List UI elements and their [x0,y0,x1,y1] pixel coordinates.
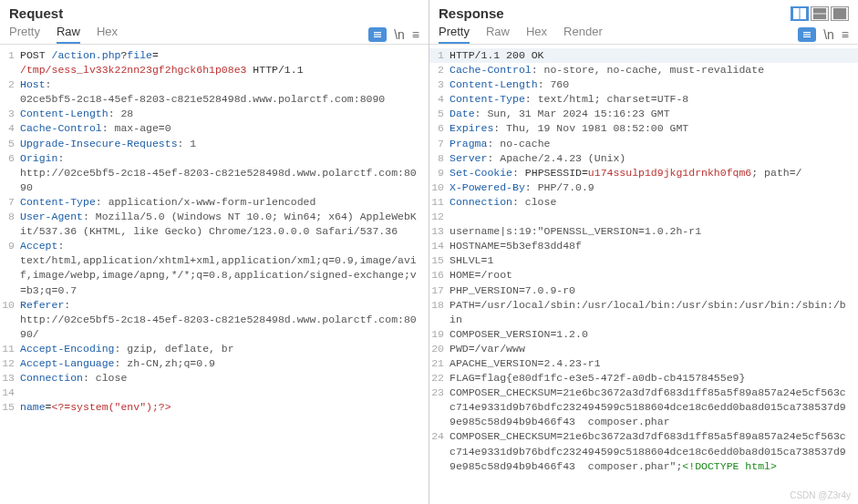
layout-single-icon[interactable] [831,6,849,21]
svg-rect-0 [374,32,381,33]
svg-rect-7 [833,8,846,19]
newline-icon[interactable]: \n [394,27,405,42]
svg-rect-5 [813,8,826,14]
svg-rect-1 [374,34,381,35]
svg-rect-4 [801,8,807,19]
actions-icon[interactable] [368,27,387,42]
response-panel: Response Pretty Raw Hex Render [429,0,858,504]
svg-rect-6 [813,14,826,19]
request-content[interactable]: 1POST /action.php?file=/tmp/sess_lv33k22… [0,45,429,504]
svg-rect-8 [803,32,811,33]
watermark: CSDN @Z3r4y [790,490,851,500]
menu-icon[interactable]: ≡ [412,27,419,42]
menu-icon-response[interactable]: ≡ [842,27,849,42]
tab-hex-request[interactable]: Hex [97,25,118,44]
newline-icon-response[interactable]: \n [823,27,834,42]
request-title: Request [9,5,63,21]
actions-icon-response[interactable] [798,27,816,42]
tab-pretty-request[interactable]: Pretty [9,25,40,44]
tab-raw-response[interactable]: Raw [486,25,510,44]
svg-rect-10 [803,36,811,36]
tab-hex-response[interactable]: Hex [526,25,547,44]
response-content[interactable]: 1HTTP/1.1 200 OK 2Cache-Control: no-stor… [429,45,858,504]
tab-render-response[interactable]: Render [563,25,603,44]
tab-raw-request[interactable]: Raw [57,25,80,44]
response-title: Response [439,5,504,21]
svg-rect-2 [374,36,381,36]
svg-rect-9 [803,34,811,35]
tab-pretty-response[interactable]: Pretty [439,25,470,44]
layout-columns-icon[interactable] [791,6,809,21]
layout-rows-icon[interactable] [811,6,829,21]
svg-rect-3 [793,8,800,19]
request-panel: Request Pretty Raw Hex \n ≡ 1POST /actio… [0,0,429,504]
